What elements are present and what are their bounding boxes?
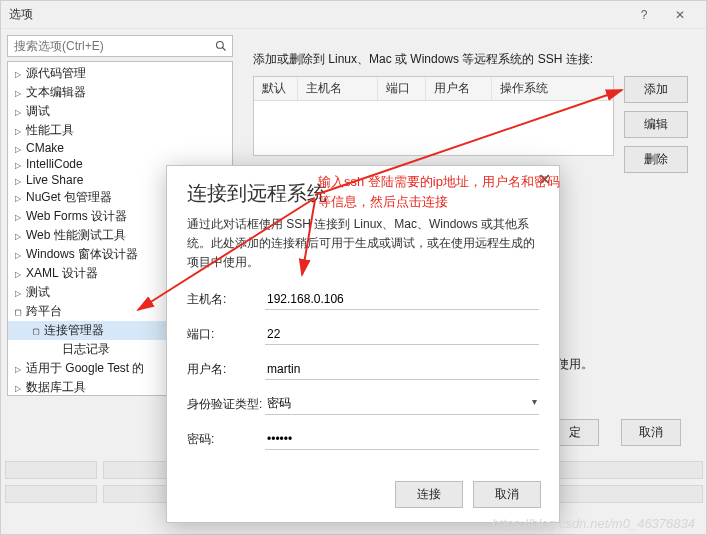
row-user: 用户名: (187, 359, 539, 380)
user-input[interactable] (265, 359, 539, 380)
dialog-desc: 通过此对话框使用 SSH 连接到 Linux、Mac、Windows 或其他系统… (167, 215, 559, 285)
cancel-button[interactable]: 取消 (621, 419, 681, 446)
tree-item-source-control[interactable]: 源代码管理 (8, 64, 232, 83)
user-label: 用户名: (187, 361, 265, 378)
col-os: 操作系统 (492, 77, 613, 100)
auth-type-select[interactable] (265, 394, 539, 415)
window-title: 选项 (9, 6, 626, 23)
svg-point-0 (217, 42, 224, 49)
port-label: 端口: (187, 326, 265, 343)
row-pass: 密码: (187, 429, 539, 450)
help-button[interactable]: ? (626, 8, 662, 22)
col-user: 用户名 (426, 77, 492, 100)
tree-item-text-editor[interactable]: 文本编辑器 (8, 83, 232, 102)
table-buttons: 添加 编辑 删除 (624, 76, 688, 173)
host-input[interactable] (265, 289, 539, 310)
dialog-close-icon[interactable]: ✕ (538, 170, 551, 189)
port-input[interactable] (265, 324, 539, 345)
add-button[interactable]: 添加 (624, 76, 688, 103)
connections-table[interactable]: 默认 主机名 端口 用户名 操作系统 (253, 76, 614, 156)
host-label: 主机名: (187, 291, 265, 308)
table-header: 默认 主机名 端口 用户名 操作系统 (254, 77, 613, 101)
pass-label: 密码: (187, 431, 265, 448)
dialog-title: 连接到远程系统 (167, 166, 559, 215)
pass-input[interactable] (265, 429, 539, 450)
titlebar: 选项 ? ✕ (1, 1, 706, 29)
col-port: 端口 (378, 77, 426, 100)
ruler-bar (5, 461, 97, 479)
close-window-button[interactable]: ✕ (662, 8, 698, 22)
tree-item-cmake[interactable]: CMake (8, 140, 232, 156)
tree-item-debugging[interactable]: 调试 (8, 102, 232, 121)
tree-item-perf-tools[interactable]: 性能工具 (8, 121, 232, 140)
col-host: 主机名 (298, 77, 378, 100)
search-input[interactable] (8, 36, 210, 56)
search-box[interactable] (7, 35, 233, 57)
row-host: 主机名: (187, 289, 539, 310)
right-pane-desc: 添加或删除到 Linux、Mac 或 Windows 等远程系统的 SSH 连接… (245, 35, 696, 76)
dialog-buttons: 连接 取消 (395, 481, 541, 508)
row-port: 端口: (187, 324, 539, 345)
dialog-form: 主机名: 端口: 用户名: 身份验证类型: ▾ 密码: (167, 285, 559, 468)
auth-label: 身份验证类型: (187, 396, 265, 413)
remove-button[interactable]: 删除 (624, 146, 688, 173)
dialog-cancel-button[interactable]: 取消 (473, 481, 541, 508)
svg-line-1 (223, 48, 226, 51)
connect-button[interactable]: 连接 (395, 481, 463, 508)
connect-dialog: ✕ 连接到远程系统 通过此对话框使用 SSH 连接到 Linux、Mac、Win… (166, 165, 560, 523)
search-icon (210, 36, 232, 56)
edit-button[interactable]: 编辑 (624, 111, 688, 138)
col-default: 默认 (254, 77, 298, 100)
row-auth: 身份验证类型: ▾ (187, 394, 539, 415)
ruler-bar (5, 485, 97, 503)
